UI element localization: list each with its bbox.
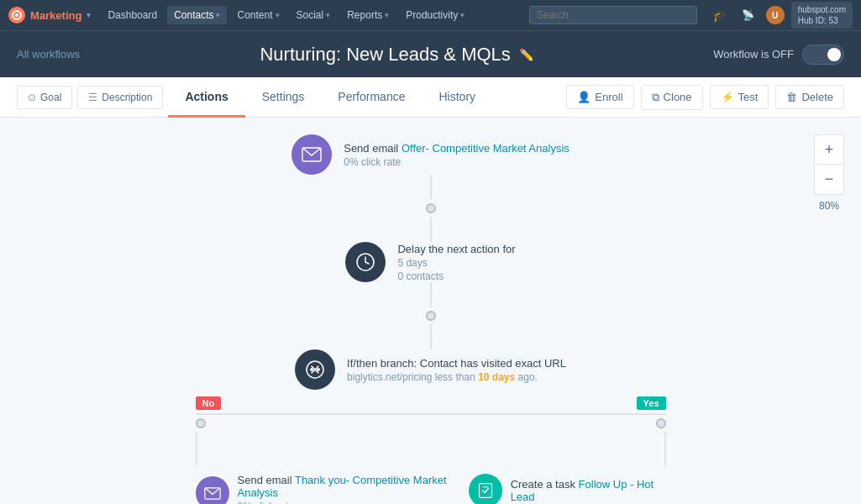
nav-productivity[interactable]: Productivity ▾ — [399, 6, 471, 24]
connector-1 — [430, 175, 432, 200]
zoom-out-button[interactable]: − — [814, 165, 844, 195]
delay-node-title: Delay the next action for — [397, 243, 515, 255]
goal-button[interactable]: ⊙ Goal — [17, 86, 72, 109]
tab-settings[interactable]: Settings — [245, 78, 322, 118]
task-node-icon — [469, 474, 502, 504]
clone-label: Clone — [664, 91, 692, 103]
notification-icon[interactable]: 📡 — [738, 4, 759, 26]
email-node-1[interactable]: Send email Offer- Competitive Market Ana… — [291, 134, 570, 175]
connector-3 — [430, 282, 432, 307]
description-icon: ☰ — [88, 92, 97, 103]
branch-node-info: If/then branch: Contact has visited exac… — [347, 357, 566, 383]
avatar[interactable]: U — [766, 6, 785, 24]
branch-no-dot[interactable] — [196, 418, 206, 428]
branch-node-sub: biglytics.net/pricing less than 10 days … — [347, 371, 566, 383]
tab-performance[interactable]: Performance — [321, 78, 422, 118]
brand-label: Marketing — [30, 9, 81, 22]
tabs-bar: ⊙ Goal ☰ Description Actions Settings Pe… — [0, 77, 861, 118]
task-node[interactable]: Create a task Follow Up - Hot Lead — [469, 474, 666, 504]
email-node-1-title: Send email Offer- Competitive Market Ana… — [344, 142, 570, 155]
zoom-in-button[interactable]: + — [814, 134, 844, 165]
academy-icon[interactable]: 🎓 — [709, 4, 731, 26]
branch-yes-label: Yes — [637, 396, 666, 410]
connector-4 — [430, 324, 432, 349]
branch-title-text: If/then branch: Contact has visited exac… — [347, 357, 566, 370]
top-navigation: Marketing ▾ Dashboard Contacts ▾ Content… — [0, 0, 861, 30]
branch-nodes-row: Send email Thank you- Competitive Market… — [196, 474, 666, 504]
branch-days-link[interactable]: 10 days — [478, 371, 515, 383]
test-button[interactable]: ⚡ Test — [710, 85, 769, 109]
task-node-title: Create a task Follow Up - Hot Lead — [511, 478, 666, 503]
delay-node[interactable]: Delay the next action for 5 days 0 conta… — [345, 242, 515, 282]
branch-lines — [196, 432, 666, 465]
nav-content[interactable]: Content ▾ — [230, 6, 286, 24]
branch-no-label: No — [196, 396, 222, 410]
add-dot-2[interactable] — [426, 311, 436, 321]
test-icon: ⚡ — [721, 91, 734, 103]
description-label: Description — [102, 92, 152, 103]
workflow-canvas[interactable]: + − 80% Send email Offer- Competitive Ma… — [0, 118, 861, 504]
nav-dashboard[interactable]: Dashboard — [101, 6, 164, 24]
branch-labels: No Yes — [196, 396, 666, 410]
clone-button[interactable]: ⧉ Clone — [641, 85, 703, 110]
search-input[interactable] — [529, 6, 697, 24]
workflow-toggle[interactable] — [802, 45, 844, 65]
delete-icon: 🗑 — [786, 91, 797, 103]
branch-node[interactable]: If/then branch: Contact has visited exac… — [295, 349, 566, 390]
main-content: + − 80% Send email Offer- Competitive Ma… — [0, 118, 861, 504]
social-chevron: ▾ — [326, 11, 330, 19]
tab-history[interactable]: History — [422, 78, 492, 118]
delay-days: 5 days — [397, 257, 515, 269]
nav-social[interactable]: Social ▾ — [290, 6, 338, 24]
branch-section: No Yes — [0, 390, 861, 504]
tab-action-buttons: 👤 Enroll ⧉ Clone ⚡ Test 🗑 Delete — [566, 85, 844, 110]
branch-dots-row — [196, 415, 666, 432]
delete-button[interactable]: 🗑 Delete — [775, 85, 844, 109]
content-chevron: ▾ — [276, 11, 280, 19]
add-dot-1[interactable] — [426, 203, 436, 213]
brand-logo[interactable]: Marketing ▾ — [8, 7, 91, 24]
email-node-1-icon — [291, 134, 332, 175]
svg-point-6 — [317, 368, 320, 371]
svg-rect-8 — [479, 484, 491, 498]
enroll-icon: 👤 — [577, 91, 591, 103]
brand-chevron: ▾ — [87, 11, 91, 19]
email-node-1-link[interactable]: Offer- Competitive Market Analysis — [402, 142, 570, 155]
main-tabs: Actions Settings Performance History — [168, 78, 566, 117]
delete-label: Delete — [801, 91, 833, 103]
svg-point-5 — [310, 368, 313, 371]
email-node-2[interactable]: Send email Thank you- Competitive Market… — [196, 474, 469, 504]
hub-info[interactable]: hubspot.comHub ID: 53 — [791, 2, 853, 29]
branch-node-title: If/then branch: Contact has visited exac… — [347, 357, 566, 370]
workflow-toggle-area: Workflow is OFF — [713, 45, 844, 65]
email-node-2-icon — [196, 476, 229, 504]
nav-contacts[interactable]: Contacts ▾ — [167, 6, 227, 24]
branch-no-connector — [196, 432, 197, 465]
email-node-2-title: Send email Thank you- Competitive Market… — [238, 474, 469, 499]
goal-icon: ⊙ — [28, 92, 36, 103]
connector-2 — [430, 217, 432, 242]
all-workflows-link[interactable]: All workflows — [17, 48, 80, 60]
toggle-knob — [827, 48, 841, 61]
contacts-chevron: ▾ — [216, 11, 220, 19]
nav-reports[interactable]: Reports ▾ — [340, 6, 396, 24]
clone-icon: ⧉ — [652, 91, 659, 104]
task-node-info: Create a task Follow Up - Hot Lead — [511, 478, 666, 503]
tab-actions[interactable]: Actions — [168, 78, 244, 118]
description-button[interactable]: ☰ Description — [77, 86, 163, 109]
workflow-title: Nurturing: New Leads & MQLs — [260, 44, 510, 66]
test-label: Test — [738, 91, 759, 103]
branch-yes-dot[interactable] — [656, 418, 666, 428]
hubspot-icon — [8, 7, 25, 24]
delay-contacts: 0 contacts — [397, 270, 515, 282]
enroll-button[interactable]: 👤 Enroll — [566, 85, 633, 109]
email-node-1-info: Send email Offer- Competitive Market Ana… — [344, 142, 570, 168]
edit-title-icon[interactable]: ✏️ — [519, 48, 533, 61]
productivity-chevron: ▾ — [460, 11, 465, 19]
workflow-status-text: Workflow is OFF — [713, 48, 794, 60]
email-node-2-sub: 0% click rate — [238, 501, 469, 504]
workflow-title-area: Nurturing: New Leads & MQLs ✏️ — [80, 44, 713, 66]
subtitle-bar: All workflows Nurturing: New Leads & MQL… — [0, 30, 861, 77]
delay-node-info: Delay the next action for 5 days 0 conta… — [397, 243, 515, 282]
email-node-2-info: Send email Thank you- Competitive Market… — [238, 474, 469, 504]
